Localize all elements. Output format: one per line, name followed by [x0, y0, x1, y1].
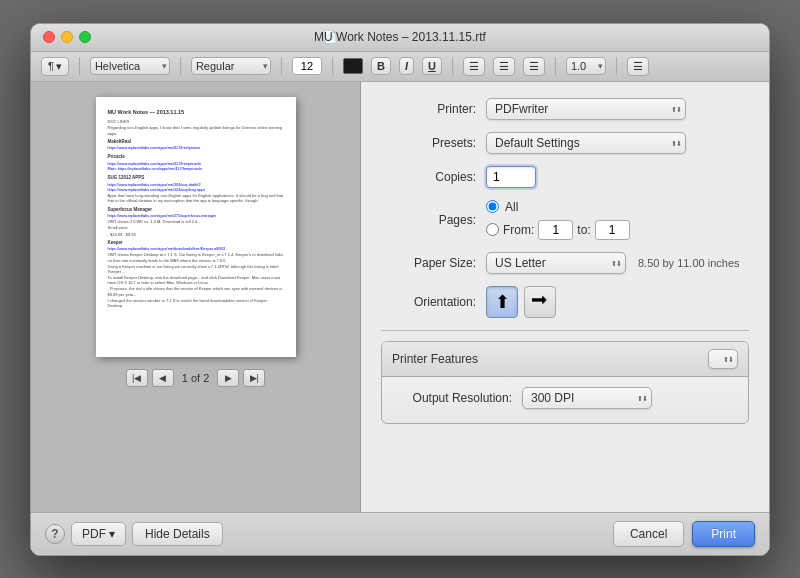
pages-radio-group: All From: to: [486, 200, 630, 240]
style-group: ¶ ▾ [41, 57, 69, 76]
next-page-icon: ▶ [225, 373, 232, 383]
paper-size-select[interactable]: US Letter [486, 252, 626, 274]
printer-features-section: Printer Features Output Resolution: [381, 341, 749, 424]
toolbar: ¶ ▾ Helvetica Regular B I U ☰ ☰ ☰ [31, 52, 769, 82]
font-select-wrapper: Helvetica [90, 57, 170, 75]
first-page-button[interactable]: |◀ [126, 369, 148, 387]
printer-features-header: Printer Features [382, 342, 748, 377]
close-button[interactable] [43, 31, 55, 43]
pdf-button[interactable]: PDF ▾ [71, 522, 126, 546]
cancel-button[interactable]: Cancel [613, 521, 684, 547]
paper-size-control: US Letter 8.50 by 11.00 inches [486, 252, 749, 274]
bold-button[interactable]: B [371, 57, 391, 75]
weight-select[interactable]: Regular [191, 57, 271, 75]
orientation-control: ⬆ ⮕ [486, 286, 749, 318]
orientation-group: ⬆ ⮕ [486, 286, 556, 318]
copies-input[interactable] [486, 166, 536, 188]
list-button[interactable]: ☰ [627, 57, 649, 76]
output-res-select-wrapper: 300 DPI [522, 387, 652, 409]
hide-details-button[interactable]: Hide Details [132, 522, 223, 546]
print-button[interactable]: Print [692, 521, 755, 547]
presets-control: Default Settings [486, 132, 749, 154]
align-center-button[interactable]: ☰ [493, 57, 515, 76]
paper-size-row: Paper Size: US Letter 8.50 by 11.00 inch… [381, 252, 749, 274]
printer-label: Printer: [381, 102, 486, 116]
pages-row: Pages: All From: to: [381, 200, 749, 240]
printer-control: PDFwriter [486, 98, 749, 120]
spacing-select[interactable]: 1.0 [566, 57, 606, 75]
copies-control [486, 166, 749, 188]
output-resolution-label: Output Resolution: [392, 391, 522, 405]
spacing-wrapper: 1.0 [566, 57, 606, 75]
sep7 [616, 57, 617, 75]
orientation-label: Orientation: [381, 295, 486, 309]
pdf-label: PDF [82, 527, 106, 541]
printer-select[interactable]: PDFwriter [486, 98, 686, 120]
pages-from-radio[interactable] [486, 223, 499, 236]
preview-title: MU Work Notes — 2013.11.15 [108, 109, 284, 117]
presets-label: Presets: [381, 136, 486, 150]
settings-divider [381, 330, 749, 331]
preview-section-doc: DOC LINKS [108, 119, 284, 124]
portrait-button[interactable]: ⬆ [486, 286, 518, 318]
next-page-button[interactable]: ▶ [217, 369, 239, 387]
sep3 [281, 57, 282, 75]
landscape-button[interactable]: ⮕ [524, 286, 556, 318]
pages-from-row: From: to: [486, 220, 630, 240]
italic-button[interactable]: I [399, 57, 414, 75]
portrait-icon: ⬆ [495, 291, 510, 313]
printer-features-title: Printer Features [392, 352, 478, 366]
presets-select[interactable]: Default Settings [486, 132, 686, 154]
last-page-button[interactable]: ▶| [243, 369, 265, 387]
pdf-arrow-icon: ▾ [109, 527, 115, 541]
sep6 [555, 57, 556, 75]
style-arrow: ▾ [56, 60, 62, 73]
presets-row: Presets: Default Settings [381, 132, 749, 154]
help-button[interactable]: ? [45, 524, 65, 544]
pages-all-row: All [486, 200, 630, 214]
print-settings-panel: Printer: PDFwriter Presets: Default Sett… [361, 82, 769, 512]
print-label: Print [711, 527, 736, 541]
print-dialog: 📄 MU Work Notes – 2013.11.15.rtf ¶ ▾ Hel… [30, 23, 770, 556]
bottom-bar: ? PDF ▾ Hide Details Cancel Print [31, 512, 769, 555]
output-resolution-control: 300 DPI [522, 387, 738, 409]
first-page-icon: |◀ [132, 373, 141, 383]
cancel-label: Cancel [630, 527, 667, 541]
page-preview: MU Work Notes — 2013.11.15 DOC LINKS Reg… [96, 97, 296, 357]
style-button[interactable]: ¶ ▾ [41, 57, 69, 76]
paper-size-select-wrapper: US Letter [486, 252, 626, 274]
underline-button[interactable]: U [422, 57, 442, 75]
sep5 [452, 57, 453, 75]
prev-page-icon: ◀ [159, 373, 166, 383]
features-select[interactable] [708, 349, 738, 369]
pages-all-radio[interactable] [486, 200, 499, 213]
align-right-button[interactable]: ☰ [523, 57, 545, 76]
presets-select-wrapper: Default Settings [486, 132, 686, 154]
title-bar: 📄 MU Work Notes – 2013.11.15.rtf [31, 24, 769, 52]
style-icon: ¶ [48, 60, 54, 72]
color-swatch[interactable] [343, 58, 363, 74]
output-resolution-row: Output Resolution: 300 DPI [392, 387, 738, 409]
help-icon: ? [51, 527, 58, 541]
bottom-left-controls: ? PDF ▾ Hide Details [45, 522, 223, 546]
weight-select-wrapper: Regular [191, 57, 271, 75]
pages-from-input[interactable] [538, 220, 573, 240]
printer-select-wrapper: PDFwriter [486, 98, 686, 120]
prev-page-button[interactable]: ◀ [152, 369, 174, 387]
landscape-icon: ⮕ [531, 291, 549, 312]
maximize-button[interactable] [79, 31, 91, 43]
sep2 [180, 57, 181, 75]
font-size-input[interactable] [292, 57, 322, 75]
minimize-button[interactable] [61, 31, 73, 43]
copies-label: Copies: [381, 170, 486, 184]
pages-to-input[interactable] [595, 220, 630, 240]
output-resolution-select[interactable]: 300 DPI [522, 387, 652, 409]
features-select-wrapper [708, 349, 738, 369]
pages-to-label: to: [577, 223, 590, 237]
sep4 [332, 57, 333, 75]
window-title: MU Work Notes – 2013.11.15.rtf [314, 30, 486, 44]
align-left-button[interactable]: ☰ [463, 57, 485, 76]
font-select[interactable]: Helvetica [90, 57, 170, 75]
pages-control: All From: to: [486, 200, 749, 240]
printer-row: Printer: PDFwriter [381, 98, 749, 120]
